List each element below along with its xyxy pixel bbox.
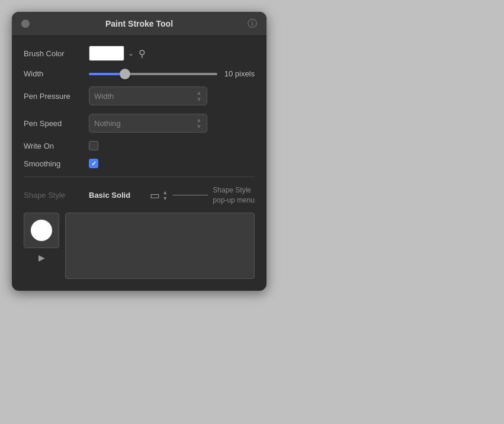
shape-style-icon: ▭	[150, 189, 160, 202]
pen-pressure-row: Pen Pressure Width ▲ ▼	[24, 86, 255, 105]
shape-style-popup-button[interactable]: ▭ ▲ ▼	[150, 189, 168, 202]
color-dropdown-arrow[interactable]: ⌄	[128, 49, 134, 57]
width-label: Width	[24, 69, 89, 78]
width-slider-thumb[interactable]	[120, 69, 130, 79]
width-row: Width 10 pixels	[24, 69, 255, 78]
info-icon[interactable]: ⓘ	[248, 18, 257, 30]
eyedropper-icon[interactable]: ⚲	[139, 48, 146, 59]
width-slider-container: 10 pixels	[89, 69, 255, 78]
color-swatch[interactable]	[89, 46, 124, 61]
paint-stroke-tool-panel: Paint Stroke Tool ⓘ Brush Color ⌄ ⚲ Widt…	[12, 12, 267, 291]
play-button[interactable]: ▶	[38, 253, 45, 262]
width-slider-value: 10 pixels	[224, 69, 255, 78]
shape-style-value: Basic Solid	[89, 191, 150, 200]
pen-pressure-select[interactable]: Width ▲ ▼	[89, 86, 207, 105]
brush-circle-preview	[31, 220, 52, 241]
pen-speed-arrows: ▲ ▼	[196, 117, 202, 130]
shape-style-label: Shape Style	[24, 191, 89, 200]
smoothing-checkbox[interactable]	[89, 159, 98, 168]
annotation-area: Shape Stylepop-up menu	[172, 185, 255, 205]
stroke-preview-area	[65, 213, 255, 279]
shape-style-arrows: ▲ ▼	[162, 189, 168, 201]
annotation-text: Shape Stylepop-up menu	[213, 185, 255, 205]
smoothing-row: Smoothing	[24, 159, 255, 168]
pen-pressure-arrows: ▲ ▼	[196, 89, 202, 102]
traffic-light-button[interactable]	[21, 20, 30, 28]
window-title: Paint Stroke Tool	[105, 19, 173, 28]
smoothing-label: Smoothing	[24, 159, 89, 168]
write-on-label: Write On	[24, 142, 89, 150]
annotation-line	[172, 195, 208, 195]
pen-pressure-label: Pen Pressure	[24, 92, 89, 101]
brush-color-row: Brush Color ⌄ ⚲	[24, 46, 255, 61]
pen-speed-label: Pen Speed	[24, 119, 89, 128]
brush-preview-col: ▶	[24, 213, 59, 262]
pen-speed-row: Pen Speed Nothing ▲ ▼	[24, 114, 255, 133]
title-bar: Paint Stroke Tool ⓘ	[12, 12, 267, 36]
write-on-checkbox[interactable]	[89, 141, 98, 150]
section-divider	[24, 176, 255, 177]
write-on-row: Write On	[24, 141, 255, 150]
width-slider-track[interactable]	[89, 73, 217, 75]
brush-color-label: Brush Color	[24, 49, 89, 58]
pen-speed-value: Nothing	[94, 119, 121, 128]
pen-speed-select[interactable]: Nothing ▲ ▼	[89, 114, 207, 133]
preview-row: ▶	[24, 213, 255, 279]
shape-style-row: Shape Style Basic Solid ▭ ▲ ▼	[24, 189, 168, 202]
panel-content: Brush Color ⌄ ⚲ Width 10 pixels Pen Pres…	[12, 36, 267, 291]
pen-pressure-value: Width	[94, 92, 114, 101]
brush-thumbnail[interactable]	[24, 213, 59, 248]
